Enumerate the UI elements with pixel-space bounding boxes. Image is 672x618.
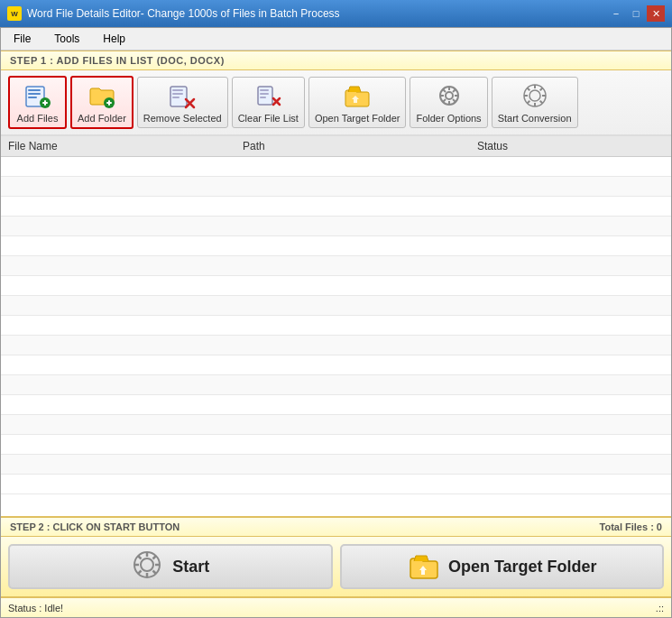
menu-help[interactable]: Help (96, 31, 133, 47)
table-row (1, 197, 671, 217)
svg-rect-20 (260, 93, 269, 95)
maximize-button[interactable]: □ (627, 5, 645, 22)
svg-rect-14 (172, 93, 183, 95)
svg-line-31 (453, 99, 456, 102)
minimize-button[interactable]: − (607, 5, 625, 22)
bottom-buttons-area: Start Open Target Folder (1, 537, 671, 597)
start-button-label: Start (172, 558, 209, 576)
window-title: Word File Details Editor- Change 1000s o… (27, 7, 340, 20)
svg-rect-3 (28, 89, 41, 91)
app-icon: W (7, 6, 22, 21)
table-row (1, 455, 671, 475)
svg-point-25 (446, 92, 453, 99)
open-target-folder-button[interactable]: Open Target Folder (308, 77, 407, 128)
svg-line-53 (138, 570, 142, 574)
table-row (1, 475, 671, 494)
svg-line-40 (527, 88, 529, 91)
window-controls: − □ ✕ (607, 5, 665, 22)
open-target-folder-icon (343, 81, 372, 110)
table-row (1, 276, 671, 296)
svg-rect-15 (172, 97, 180, 98)
remove-selected-button[interactable]: Remove Selected (137, 77, 228, 128)
clear-file-list-button[interactable]: Clear File List (232, 77, 305, 128)
table-row (1, 336, 671, 355)
add-folder-button[interactable]: Add Folder (70, 76, 133, 129)
table-row (1, 217, 671, 236)
menu-tools[interactable]: Tools (47, 31, 87, 47)
svg-line-30 (443, 89, 446, 92)
folder-open2-icon (407, 549, 439, 586)
svg-rect-11 (108, 100, 110, 106)
column-filename: File Name (8, 140, 243, 152)
svg-rect-8 (44, 100, 46, 106)
title-bar: W Word File Details Editor- Change 1000s… (0, 0, 672, 27)
svg-line-32 (453, 89, 456, 92)
svg-rect-13 (172, 89, 183, 91)
table-row (1, 316, 671, 336)
svg-rect-19 (260, 89, 269, 91)
svg-line-43 (527, 101, 529, 104)
toolbar: Add Files Add Folder (1, 70, 671, 136)
close-button[interactable]: ✕ (647, 5, 665, 22)
svg-point-35 (529, 90, 540, 101)
svg-rect-4 (28, 93, 41, 95)
svg-line-33 (443, 99, 446, 102)
svg-rect-21 (260, 97, 266, 98)
start-conversion-button[interactable]: Start Conversion (492, 77, 578, 128)
add-files-button[interactable]: Add Files (8, 76, 67, 129)
folder-options-button[interactable]: Folder Options (410, 77, 487, 128)
table-row (1, 355, 671, 375)
table-row (1, 415, 671, 435)
table-row (1, 435, 671, 455)
step2-header: STEP 2 : CLICK ON START BUTTON Total Fil… (1, 516, 671, 537)
gear-icon (131, 549, 163, 586)
table-row (1, 177, 671, 197)
add-files-icon (23, 81, 52, 110)
svg-line-41 (539, 101, 542, 104)
column-path: Path (243, 140, 477, 152)
menu-file[interactable]: File (6, 31, 38, 47)
folder-options-icon (435, 81, 464, 110)
file-list-header: File Name Path Status (1, 136, 671, 157)
start-conversion-icon (520, 81, 549, 110)
add-folder-icon (87, 81, 116, 110)
open-target-button-label: Open Target Folder (448, 558, 597, 576)
svg-line-52 (153, 556, 157, 559)
table-row (1, 395, 671, 415)
file-list-rows[interactable] (1, 157, 671, 500)
total-files-label: Total Files : 0 (600, 521, 662, 532)
svg-rect-5 (28, 97, 37, 98)
open-target-button[interactable]: Open Target Folder (340, 544, 665, 589)
svg-line-42 (539, 88, 542, 91)
step1-header: STEP 1 : ADD FILES IN LIST (DOC, DOCX) (1, 51, 671, 70)
status-bar: Status : Idle! .:: (1, 597, 671, 617)
svg-point-45 (141, 558, 153, 571)
menu-bar: File Tools Help (1, 28, 671, 51)
column-status: Status (477, 140, 664, 152)
file-list-container: File Name Path Status (1, 136, 671, 516)
svg-line-51 (153, 570, 157, 574)
svg-line-50 (138, 556, 142, 559)
table-row (1, 375, 671, 395)
clear-file-icon (253, 81, 282, 110)
table-row (1, 296, 671, 316)
status-text: Status : Idle! (8, 603, 63, 613)
remove-selected-icon (168, 81, 197, 110)
table-row (1, 157, 671, 177)
start-button[interactable]: Start (8, 544, 333, 589)
svg-text:W: W (11, 10, 18, 18)
table-row (1, 236, 671, 256)
table-row (1, 256, 671, 276)
resize-handle: .:: (656, 603, 664, 613)
main-window: File Tools Help STEP 1 : ADD FILES IN LI… (0, 27, 672, 618)
